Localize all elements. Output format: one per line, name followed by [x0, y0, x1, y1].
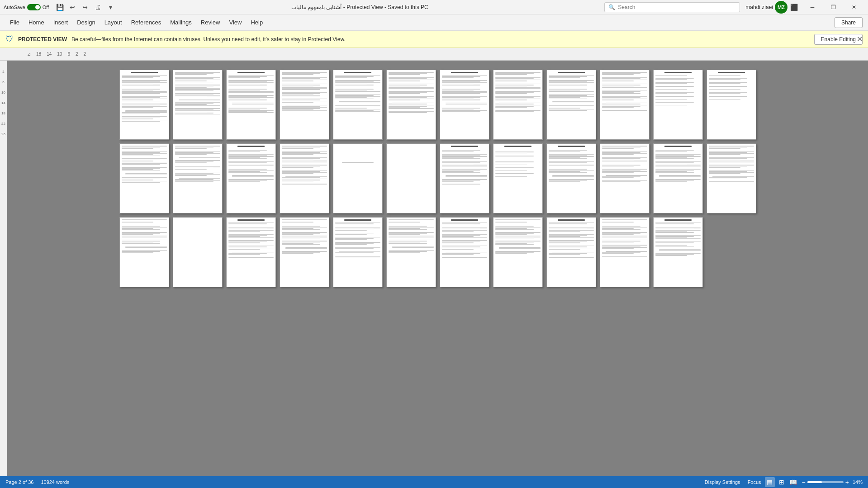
view-icons: ▤ ⊞ 📖: [765, 477, 798, 487]
titlebar-left: AutoSave Off 💾 ↩ ↪ 🖨 ▾: [4, 3, 115, 12]
table-row: [119, 143, 169, 213]
menu-design[interactable]: Design: [72, 16, 100, 28]
ribbon-display-icon[interactable]: ⬛: [789, 3, 798, 12]
share-button[interactable]: Share: [835, 17, 863, 28]
status-right: Display Settings Focus ▤ ⊞ 📖 − + 14%: [705, 477, 863, 487]
protected-banner: 🛡 PROTECTED VIEW Be careful—files from t…: [0, 31, 868, 48]
table-row: [546, 70, 596, 140]
search-box[interactable]: 🔍: [604, 2, 740, 12]
menu-file[interactable]: File: [5, 16, 24, 28]
zoom-slider[interactable]: [807, 481, 844, 483]
table-row: [600, 70, 650, 140]
zoom-slider-fill: [807, 481, 822, 483]
autosave-toggle[interactable]: [27, 4, 41, 10]
main-area: 2 6 10 14 18 22 26: [0, 61, 868, 476]
menu-references[interactable]: References: [127, 16, 166, 28]
menu-help[interactable]: Help: [246, 16, 267, 28]
save-icon[interactable]: 💾: [55, 3, 64, 12]
table-row: [653, 143, 703, 213]
pages-grid: [25, 70, 850, 287]
table-row: [173, 70, 223, 140]
v-ruler-14: 14: [1, 101, 5, 105]
ruler-mark-14: 14: [47, 52, 52, 57]
menu-home[interactable]: Home: [24, 16, 49, 28]
ruler-icon: ⊿: [27, 52, 31, 57]
user-name: mahdi ziaei: [745, 4, 773, 10]
autosave-state: Off: [43, 5, 49, 10]
window-controls: ─ ❐ ✕: [802, 0, 864, 14]
print-icon[interactable]: 🖨: [93, 3, 102, 12]
read-mode-icon[interactable]: 📖: [788, 477, 798, 487]
table-row: [280, 143, 329, 213]
v-ruler-18: 18: [1, 111, 5, 115]
v-ruler-2: 2: [2, 70, 4, 74]
zoom-area: − + 14%: [802, 479, 863, 486]
table-row: [440, 70, 489, 140]
table-row: [440, 143, 489, 213]
ruler-mark-18: 18: [36, 52, 41, 57]
enable-editing-button[interactable]: Enable Editing: [814, 34, 863, 45]
table-row: [546, 217, 596, 287]
table-row: [386, 217, 436, 287]
protected-view-message: Be careful—files from the Internet can c…: [71, 36, 810, 43]
search-icon: 🔍: [608, 4, 615, 10]
table-row: [280, 70, 329, 140]
table-row: [386, 143, 436, 213]
vertical-ruler: 2 6 10 14 18 22 26: [0, 61, 7, 476]
horizontal-ruler: ⊿ 18 14 10 6 2 2: [0, 48, 868, 61]
table-row: [119, 70, 169, 140]
undo-icon[interactable]: ↩: [68, 3, 77, 12]
table-row: [119, 217, 169, 287]
protected-view-title: PROTECTED VIEW: [18, 36, 67, 43]
web-layout-icon[interactable]: ⊞: [777, 477, 787, 487]
zoom-level: 14%: [853, 479, 863, 485]
table-row: [386, 70, 436, 140]
banner-close-button[interactable]: ✕: [857, 35, 863, 43]
v-ruler-22: 22: [1, 122, 5, 126]
restore-button[interactable]: ❐: [823, 0, 844, 14]
table-row: [173, 217, 223, 287]
menu-mailings[interactable]: Mailings: [166, 16, 196, 28]
minimize-button[interactable]: ─: [802, 0, 823, 14]
menu-layout[interactable]: Layout: [100, 16, 127, 28]
close-button[interactable]: ✕: [844, 0, 864, 14]
table-row: [600, 217, 650, 287]
zoom-out-button[interactable]: −: [802, 479, 806, 486]
titlebar-icons: 💾 ↩ ↪ 🖨 ▾: [55, 3, 115, 12]
word-count: 10924 words: [41, 479, 69, 485]
display-settings[interactable]: Display Settings: [705, 479, 740, 485]
search-input[interactable]: [618, 4, 736, 10]
redo-icon[interactable]: ↪: [81, 3, 90, 12]
ruler-mark-6: 6: [67, 52, 70, 57]
titlebar-title: آشنایی بامفهوم مالیات - Protected View -…: [115, 4, 604, 10]
focus-button[interactable]: Focus: [748, 479, 761, 485]
menu-view[interactable]: View: [224, 16, 246, 28]
table-row: [226, 143, 276, 213]
v-ruler-10: 10: [1, 90, 5, 95]
titlebar: AutoSave Off 💾 ↩ ↪ 🖨 ▾ آشنایی بامفهوم ما…: [0, 0, 868, 14]
print-layout-icon[interactable]: ▤: [765, 477, 775, 487]
ruler-mark-2b: 2: [84, 52, 86, 57]
customize-icon[interactable]: ▾: [106, 3, 115, 12]
menubar: File Home Insert Design Layout Reference…: [0, 14, 868, 31]
menu-review[interactable]: Review: [196, 16, 225, 28]
v-ruler-26: 26: [1, 132, 5, 136]
table-row: [493, 217, 543, 287]
table-row: [707, 70, 756, 140]
document-area[interactable]: [7, 61, 868, 476]
autosave-label: AutoSave: [4, 5, 25, 10]
zoom-in-button[interactable]: +: [845, 479, 849, 486]
table-row: [333, 70, 383, 140]
table-row: [653, 217, 703, 287]
table-row: [546, 143, 596, 213]
autosave-knob: [35, 5, 40, 9]
menu-insert[interactable]: Insert: [49, 16, 73, 28]
user-avatar[interactable]: MZ: [775, 1, 787, 14]
table-row: [333, 217, 383, 287]
titlebar-right: mahdi ziaei MZ ⬛: [740, 1, 798, 14]
autosave-area: AutoSave Off: [4, 4, 49, 10]
ruler-mark-10: 10: [57, 52, 62, 57]
table-row: [653, 70, 703, 140]
table-row: [280, 217, 329, 287]
table-row: [333, 143, 383, 213]
